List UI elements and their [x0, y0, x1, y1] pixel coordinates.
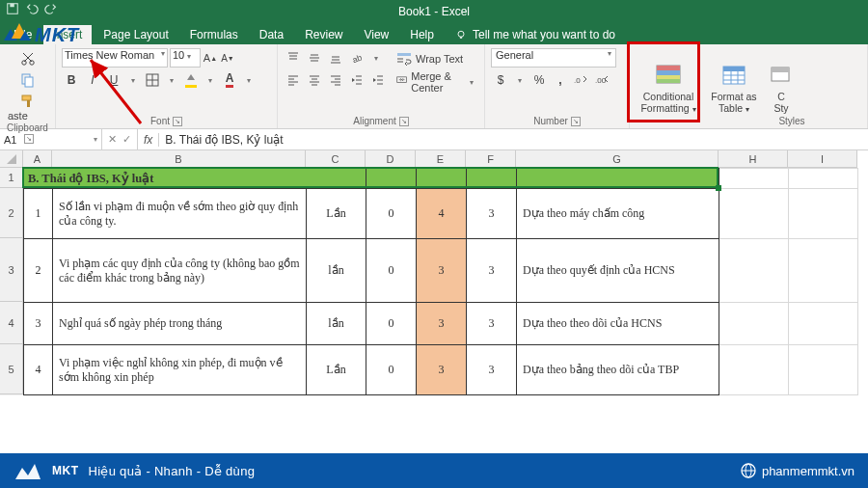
align-middle-icon[interactable] [305, 48, 324, 68]
font-size-select[interactable]: 10 ▾ [170, 48, 201, 68]
align-bottom-icon[interactable] [326, 48, 345, 68]
cell[interactable]: 1 [24, 189, 53, 239]
cancel-icon[interactable]: ✕ [108, 133, 117, 146]
selection-handle[interactable] [716, 185, 721, 191]
tab-data[interactable]: Data [250, 25, 293, 44]
borders-icon[interactable] [143, 70, 162, 90]
orientation-dropdown-icon[interactable]: ▾ [368, 48, 384, 68]
cell[interactable] [719, 345, 789, 395]
decrease-indent-icon[interactable] [347, 70, 366, 90]
cell[interactable]: 3 [467, 189, 517, 239]
merge-dropdown-icon[interactable]: ▾ [470, 78, 474, 87]
cell[interactable] [719, 303, 789, 345]
col-header[interactable]: H [719, 150, 788, 168]
save-icon[interactable] [6, 2, 19, 15]
table-row[interactable]: 3 Nghỉ quá số ngày phép trong tháng lần … [24, 303, 858, 345]
cell[interactable]: Dựa theo quyết định của HCNS [517, 239, 719, 303]
cell[interactable]: 3 [467, 239, 517, 303]
decrease-font-icon[interactable]: A▼ [220, 48, 235, 68]
increase-decimal-icon[interactable]: .0 [572, 70, 591, 90]
cell[interactable]: Lần [307, 345, 366, 395]
row-header[interactable]: 4 [0, 302, 23, 344]
cell[interactable]: 0 [366, 303, 417, 345]
col-header[interactable]: D [366, 150, 416, 168]
cell[interactable] [789, 345, 858, 395]
font-dialog-launcher-icon[interactable]: ↘ [173, 117, 182, 126]
cell[interactable] [517, 169, 719, 189]
underline-dropdown-icon[interactable]: ▾ [125, 70, 141, 90]
orientation-icon[interactable]: ab [347, 48, 366, 68]
cells[interactable]: B. Thái độ IBS, Kỷ luật 1 Số lần vi phạm… [23, 168, 858, 395]
cell[interactable]: Số lần vi phạm đi muộn về sớm theo giờ q… [53, 189, 307, 239]
cell[interactable] [467, 169, 517, 189]
cell[interactable]: 4 [24, 345, 53, 395]
copy-icon[interactable] [19, 71, 37, 89]
borders-dropdown-icon[interactable]: ▾ [164, 70, 179, 90]
row-header[interactable]: 5 [0, 344, 23, 394]
name-box-dropdown-icon[interactable]: ▾ [94, 135, 97, 144]
col-header[interactable]: I [788, 150, 857, 168]
accounting-dropdown-icon[interactable]: ▾ [512, 70, 528, 90]
tab-review[interactable]: Review [295, 25, 352, 44]
cell[interactable]: Lần [307, 189, 366, 239]
cell[interactable] [789, 303, 858, 345]
percent-format-icon[interactable]: % [529, 70, 549, 90]
cell[interactable] [789, 189, 858, 239]
fill-color-icon[interactable] [181, 70, 201, 90]
merge-center-button[interactable]: Merge & Center▾ [392, 71, 478, 93]
name-box[interactable]: A1 ▾ [0, 129, 102, 149]
fill-color-dropdown-icon[interactable]: ▾ [203, 70, 218, 90]
italic-button[interactable]: I [83, 70, 102, 90]
align-top-icon[interactable] [284, 48, 303, 68]
format-painter-icon[interactable] [19, 93, 37, 110]
align-center-icon[interactable] [305, 70, 324, 90]
comma-format-icon[interactable]: , [551, 70, 570, 90]
tab-view[interactable]: View [354, 25, 398, 44]
cell[interactable] [366, 169, 417, 189]
bold-button[interactable]: B [62, 70, 81, 90]
cell[interactable] [789, 169, 858, 189]
cell[interactable]: 3 [467, 303, 517, 345]
table-row[interactable]: 4 Vi phạm việc nghỉ không xin phép, đi m… [24, 345, 858, 395]
row-header[interactable]: 1 [0, 168, 23, 188]
tell-me[interactable]: Tell me what you want to do [446, 25, 625, 44]
undo-icon[interactable] [25, 2, 39, 15]
cell[interactable]: Vi phạm việc nghỉ không xin phép, đi muộ… [53, 345, 307, 395]
font-color-dropdown-icon[interactable]: ▾ [241, 70, 257, 90]
col-header[interactable]: G [516, 150, 719, 168]
cell[interactable]: 3 [417, 345, 467, 395]
alignment-dialog-launcher-icon[interactable]: ↘ [399, 117, 409, 126]
cell[interactable]: 3 [417, 239, 467, 303]
cell[interactable]: 2 [24, 239, 53, 303]
enter-icon[interactable]: ✓ [122, 133, 131, 146]
row-header[interactable]: 3 [0, 238, 23, 302]
font-name-select[interactable]: Times New Roman ▾ [62, 48, 168, 68]
underline-button[interactable]: U [104, 70, 123, 90]
cell[interactable] [719, 239, 789, 303]
cell[interactable]: 3 [467, 345, 517, 395]
cell[interactable]: Vi phạm các quy định của công ty (không … [53, 239, 307, 303]
decrease-decimal-icon[interactable]: .00 [593, 70, 612, 90]
col-header[interactable]: F [466, 150, 516, 168]
col-header[interactable]: B [52, 150, 306, 168]
align-right-icon[interactable] [326, 70, 345, 90]
redo-icon[interactable] [44, 2, 58, 15]
cell[interactable]: Nghỉ quá số ngày phép trong tháng [53, 303, 307, 345]
table-row[interactable]: B. Thái độ IBS, Kỷ luật [24, 169, 858, 189]
wrap-text-button[interactable]: Wrap Text [392, 48, 478, 69]
formula-bar[interactable]: fx B. Thái độ IBS, Kỷ luật [138, 129, 868, 149]
cell[interactable] [719, 169, 789, 189]
cell[interactable] [417, 169, 467, 189]
cell[interactable]: 3 [417, 303, 467, 345]
select-all-corner[interactable] [0, 150, 23, 168]
footer-site[interactable]: phanmemmkt.vn [741, 463, 854, 478]
cell[interactable] [719, 189, 789, 239]
col-header[interactable]: A [23, 150, 52, 168]
col-header[interactable]: C [306, 150, 366, 168]
table-row[interactable]: 2 Vi phạm các quy định của công ty (khôn… [24, 239, 858, 303]
table-row[interactable]: 1 Số lần vi phạm đi muộn về sớm theo giờ… [24, 189, 858, 239]
increase-indent-icon[interactable] [368, 70, 388, 90]
accounting-format-icon[interactable]: $ [491, 70, 510, 90]
cell[interactable]: lần [307, 239, 366, 303]
font-color-icon[interactable]: A [220, 70, 239, 90]
